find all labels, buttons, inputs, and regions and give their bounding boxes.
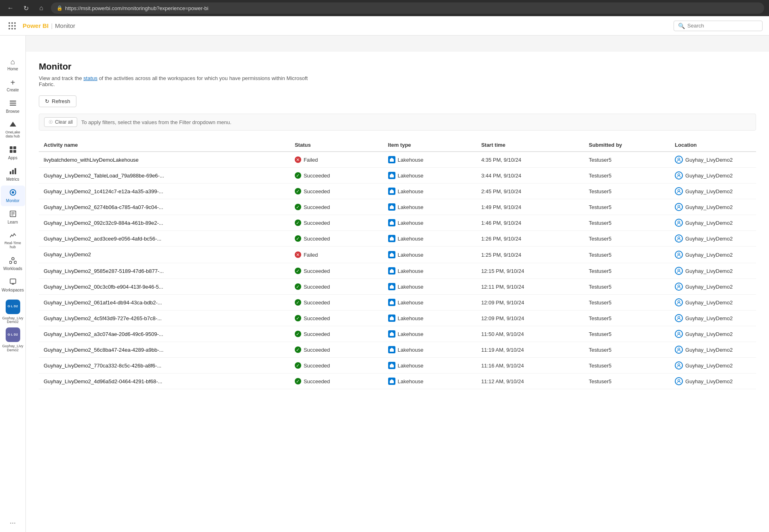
sidebar-item-workloads[interactable]: Workloads	[1, 253, 25, 274]
sidebar-item-onelake[interactable]: OneLake data hub	[1, 118, 25, 142]
refresh-icon: ↻	[45, 98, 49, 104]
cell-starttime: 2:45 PM, 9/10/24	[476, 184, 584, 199]
url-text: https://msit.powerbi.com/monitoringhub?e…	[65, 5, 208, 11]
svg-marker-63	[390, 363, 394, 365]
table-row[interactable]: Guyhay_LivyDemo2_770ca332-8c5c-426b-a8f6…	[39, 358, 756, 374]
brand-logo[interactable]: Power BI | Monitor	[23, 22, 75, 29]
cell-starttime: 11:16 AM, 9/10/24	[476, 358, 584, 374]
clear-all-button[interactable]: ☉ Clear all	[44, 117, 77, 127]
svg-rect-47	[390, 286, 394, 289]
sidebar-item-browse[interactable]: Browse	[1, 96, 25, 117]
location-icon	[675, 377, 683, 385]
sidebar-item-monitor[interactable]: Monitor	[1, 186, 25, 206]
cell-status: ✓ Succeeded	[290, 263, 383, 279]
status-indicator: ✕	[295, 156, 301, 163]
search-box[interactable]: 🔍	[674, 21, 763, 31]
activity-name-text: Guyhay_LivyDemo2_4c5f43d9-727e-4265-b7c8…	[44, 315, 162, 321]
cell-status: ✓ Succeeded	[290, 342, 383, 358]
table-row[interactable]: livybatchdemo_withLivyDemoLakehouse ✕ Fa…	[39, 152, 756, 168]
table-row[interactable]: Guyhay_LivyDemo2_00c3c0fb-e904-413f-9e46…	[39, 279, 756, 295]
browser-url-bar[interactable]: 🔒 https://msit.powerbi.com/monitoringhub…	[51, 2, 764, 14]
col-header-activity: Activity name	[39, 139, 290, 152]
table-row[interactable]: Guyhay_LivyDemo2_1c4124c7-e12a-4a35-a399…	[39, 184, 756, 199]
sidebar-item-home[interactable]: ⌂ Home	[1, 55, 25, 74]
item-type-text: Lakehouse	[398, 363, 424, 369]
location-text: Guyhay_LivyDemo2	[685, 315, 733, 321]
sidebar-item-realtime[interactable]: Real-Time hub	[1, 228, 25, 253]
table-row[interactable]: Guyhay_LivyDemo2_061af1e4-db94-43ca-bdb2…	[39, 295, 756, 310]
cell-starttime: 11:19 AM, 9/10/24	[476, 342, 584, 358]
cell-itemtype: Lakehouse	[383, 374, 477, 389]
table-row[interactable]: Guyhay_LivyDemo2_6274b06a-c785-4a07-9c04…	[39, 199, 756, 215]
table-row[interactable]: Guyhay_LivyDemo2_9585e287-5189-47d6-b877…	[39, 263, 756, 279]
lakehouse-icon	[388, 299, 395, 306]
subtitle-status-link[interactable]: status	[83, 75, 97, 81]
sidebar-item-learn[interactable]: Learn	[1, 207, 25, 228]
waffle-menu-button[interactable]	[6, 20, 18, 32]
sidebar-item-apps[interactable]: Apps	[1, 143, 25, 163]
cell-starttime: 11:50 AM, 9/10/24	[476, 326, 584, 342]
search-input[interactable]	[687, 23, 758, 29]
status-indicator: ✓	[295, 378, 301, 384]
status-text: Succeeded	[304, 204, 330, 210]
info-button[interactable]: ⓘ	[93, 250, 101, 259]
svg-rect-50	[390, 302, 394, 304]
cell-itemtype: Lakehouse	[383, 310, 477, 326]
svg-point-31	[678, 190, 680, 192]
item-type-text: Lakehouse	[398, 188, 424, 194]
location-icon	[675, 330, 683, 338]
table-row[interactable]: Guyhay_LivyDemo2_56c8ba47-24ea-4289-a9bb…	[39, 342, 756, 358]
sidebar-item-metrics[interactable]: Metrics	[1, 164, 25, 185]
sidebar-label-onelake: OneLake data hub	[2, 131, 23, 139]
sidebar-item-workspaces[interactable]: Workspaces	[1, 275, 25, 296]
submitted-by-text: Testuser5	[589, 300, 611, 306]
activity-name-text: Guyhay_LivyDemo2_56c8ba47-24ea-4289-a9bb…	[44, 347, 163, 353]
cell-submittedby: Testuser5	[584, 184, 670, 199]
cell-itemtype: Lakehouse	[383, 295, 477, 310]
cell-activity: Guyhay_LivyDemo2_061af1e4-db94-43ca-bdb2…	[39, 295, 290, 310]
page-title: Monitor	[39, 61, 756, 72]
cell-status: ✓ Succeeded	[290, 279, 383, 295]
location-icon	[675, 171, 683, 179]
table-row[interactable]: Guyhay_LivyDemo2 ⓘ ••• ✕ Failed Lakehous…	[39, 247, 756, 263]
table-row[interactable]: Guyhay_LivyDemo2_4c5f43d9-727e-4265-b7c8…	[39, 310, 756, 326]
svg-marker-48	[390, 285, 394, 286]
status-indicator: ✓	[295, 268, 301, 274]
workspace-badge-2[interactable]: G L D2	[6, 327, 20, 342]
cell-submittedby: Testuser5	[584, 263, 670, 279]
browser-chrome: ← ↻ ⌂ 🔒 https://msit.powerbi.com/monitor…	[0, 0, 769, 16]
workloads-icon	[9, 257, 17, 265]
table-row[interactable]: Guyhay_LivyDemo2_4d96a5d2-0464-4291-bf68…	[39, 374, 756, 389]
svg-point-61	[678, 348, 680, 350]
svg-point-19	[14, 261, 17, 264]
workspace-badge-1[interactable]: G L D2	[6, 300, 20, 314]
svg-point-46	[678, 269, 680, 271]
browser-back-button[interactable]: ←	[5, 2, 16, 14]
table-row[interactable]: Guyhay_LivyDemo2_acd3cee9-e056-4afd-bc56…	[39, 231, 756, 247]
sidebar-more-button[interactable]: ...	[6, 514, 19, 529]
location-text: Guyhay_LivyDemo2	[685, 188, 733, 194]
svg-rect-26	[390, 175, 394, 177]
table-row[interactable]: Guyhay_LivyDemo2_a3c074ae-20d6-49c6-9509…	[39, 326, 756, 342]
svg-point-25	[678, 158, 680, 160]
browser-home-button[interactable]: ⌂	[36, 2, 47, 14]
cell-status: ✓ Succeeded	[290, 326, 383, 342]
cell-activity: Guyhay_LivyDemo2_4c5f43d9-727e-4265-b7c8…	[39, 310, 290, 326]
svg-point-18	[9, 261, 12, 264]
activity-name-text: Guyhay_LivyDemo2_6274b06a-c785-4a07-9c04…	[44, 204, 163, 210]
sidebar-item-create[interactable]: + Create	[1, 75, 25, 95]
svg-rect-56	[390, 334, 394, 336]
svg-point-12	[12, 191, 14, 194]
lakehouse-icon	[388, 315, 395, 322]
browser-refresh-button[interactable]: ↻	[20, 2, 32, 14]
clear-all-icon: ☉	[49, 119, 53, 125]
cell-activity: livybatchdemo_withLivyDemoLakehouse	[39, 152, 290, 168]
cell-starttime: 1:25 PM, 9/10/24	[476, 247, 584, 263]
refresh-button[interactable]: ↻ Refresh	[39, 95, 76, 107]
location-icon	[675, 219, 683, 227]
table-row[interactable]: Guyhay_LivyDemo2_092c32c9-884a-461b-89e2…	[39, 215, 756, 231]
cell-starttime: 1:49 PM, 9/10/24	[476, 199, 584, 215]
toolbar: ↻ Refresh	[39, 95, 756, 107]
more-options-button[interactable]: •••	[104, 251, 113, 259]
table-row[interactable]: Guyhay_LivyDemo2_TableLoad_79a988be-69e6…	[39, 168, 756, 184]
